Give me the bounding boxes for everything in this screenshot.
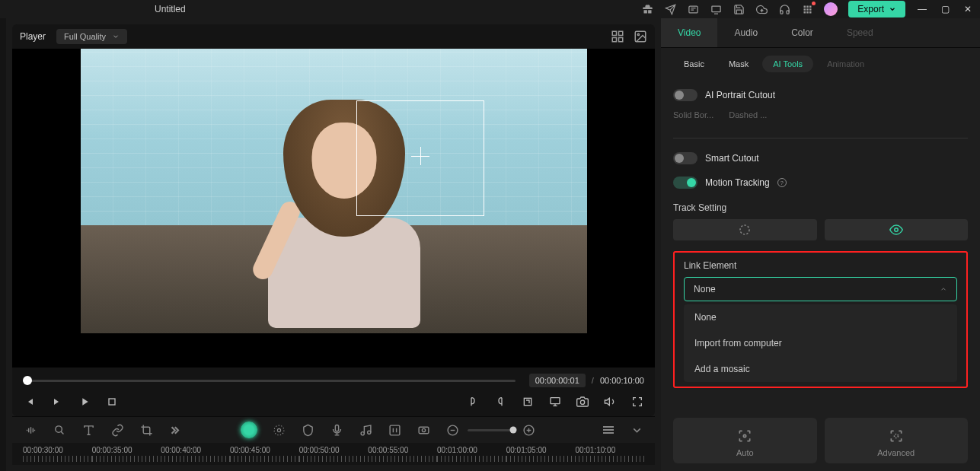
scrubber[interactable]: 00:00:00:01 / 00:00:10:00 bbox=[23, 375, 644, 386]
current-time: 00:00:00:01 bbox=[529, 374, 586, 387]
apps-icon[interactable] bbox=[801, 3, 813, 15]
video-preview[interactable] bbox=[12, 49, 655, 368]
ruler-mark: 00:01:10:00 bbox=[575, 446, 615, 454]
svg-rect-19 bbox=[551, 398, 560, 404]
music-icon[interactable] bbox=[358, 422, 373, 438]
svg-point-26 bbox=[367, 431, 370, 434]
maximize-button[interactable]: ▢ bbox=[939, 4, 951, 14]
shield-icon[interactable] bbox=[300, 422, 315, 438]
subtab-animation[interactable]: Animation bbox=[816, 56, 875, 72]
track-shape-button[interactable] bbox=[673, 219, 817, 240]
tab-color[interactable]: Color bbox=[774, 18, 830, 47]
tab-video[interactable]: Video bbox=[661, 18, 717, 47]
zoom-tool-icon[interactable] bbox=[52, 422, 67, 438]
zoom-in-icon[interactable] bbox=[521, 422, 536, 438]
export-button[interactable]: Export bbox=[848, 1, 905, 18]
dropdown-mosaic[interactable]: Add a mosaic bbox=[684, 356, 957, 382]
svg-point-32 bbox=[740, 225, 749, 234]
dropdown-none[interactable]: None bbox=[684, 304, 957, 330]
title-bar: Untitled Export — ▢ ✕ bbox=[0, 0, 980, 18]
subtab-basic[interactable]: Basic bbox=[673, 56, 715, 72]
prev-frame-button[interactable] bbox=[23, 395, 37, 409]
link-element-value: None bbox=[694, 284, 716, 294]
headphones-icon[interactable] bbox=[778, 3, 790, 15]
save-icon[interactable] bbox=[733, 3, 745, 15]
svg-rect-14 bbox=[619, 38, 623, 42]
send-icon[interactable] bbox=[664, 3, 676, 15]
ruler-mark: 00:01:05:00 bbox=[506, 446, 547, 454]
link-tool-icon[interactable] bbox=[110, 422, 125, 438]
svg-rect-10 bbox=[809, 11, 812, 14]
svg-rect-5 bbox=[803, 8, 806, 11]
ruler-mark: 00:00:45:00 bbox=[230, 446, 270, 454]
svg-point-25 bbox=[361, 431, 364, 434]
left-gutter bbox=[0, 18, 6, 471]
svg-point-16 bbox=[637, 33, 639, 35]
svg-point-35 bbox=[894, 434, 898, 438]
video-frame bbox=[81, 49, 587, 333]
minimize-button[interactable]: — bbox=[916, 4, 928, 14]
close-button[interactable]: ✕ bbox=[962, 4, 974, 14]
subtab-aitools[interactable]: AI Tools bbox=[762, 56, 813, 72]
crop-tool-icon[interactable] bbox=[139, 422, 154, 438]
snapshot-icon[interactable] bbox=[576, 395, 589, 409]
svg-rect-27 bbox=[390, 425, 400, 435]
display-icon[interactable] bbox=[548, 395, 562, 409]
play-button[interactable] bbox=[78, 395, 91, 409]
advanced-track-button[interactable]: Advanced bbox=[825, 418, 969, 463]
panel-subtabs: Basic Mask AI Tools Animation bbox=[661, 48, 980, 80]
timeline-ruler[interactable]: 00:00:30:00 00:00:35:00 00:00:40:00 00:0… bbox=[12, 443, 655, 465]
link-element-dropdown: None Import from computer Add a mosaic bbox=[684, 304, 957, 382]
ai-portrait-toggle[interactable] bbox=[673, 89, 697, 101]
waveform-icon[interactable] bbox=[23, 422, 38, 438]
toolbar-strip bbox=[12, 416, 655, 443]
svg-point-20 bbox=[580, 400, 584, 404]
smart-cutout-toggle[interactable] bbox=[673, 152, 697, 164]
subtab-mask[interactable]: Mask bbox=[718, 56, 759, 72]
more-tools-icon[interactable] bbox=[168, 422, 183, 438]
zoom-slider[interactable] bbox=[445, 422, 536, 438]
svg-point-23 bbox=[274, 425, 284, 435]
screen-icon[interactable] bbox=[710, 3, 722, 15]
clip-icon[interactable] bbox=[521, 395, 535, 409]
link-element-select[interactable]: None bbox=[684, 277, 957, 301]
volume-icon[interactable] bbox=[603, 395, 617, 409]
document-title: Untitled bbox=[155, 4, 186, 14]
motion-tracking-toggle[interactable] bbox=[673, 177, 697, 189]
grid-view-icon[interactable] bbox=[611, 30, 624, 43]
border-dashed-option[interactable]: Dashed ... bbox=[729, 110, 767, 119]
ai-portrait-label: AI Portrait Cutout bbox=[705, 90, 775, 100]
tab-speed[interactable]: Speed bbox=[830, 18, 890, 47]
dropdown-import[interactable]: Import from computer bbox=[684, 330, 957, 356]
quality-select[interactable]: Full Quality bbox=[56, 29, 127, 44]
tab-audio[interactable]: Audio bbox=[717, 18, 774, 47]
auto-track-button[interactable]: Auto bbox=[673, 418, 817, 463]
mic-icon[interactable] bbox=[329, 422, 344, 438]
mark-out-icon[interactable] bbox=[493, 395, 507, 409]
border-solid-option[interactable]: Solid Bor... bbox=[673, 110, 713, 119]
effects-icon[interactable] bbox=[271, 422, 286, 438]
scrub-handle[interactable] bbox=[23, 376, 32, 385]
ruler-mark: 00:00:35:00 bbox=[92, 446, 132, 454]
mark-in-icon[interactable] bbox=[466, 395, 480, 409]
gift-icon[interactable] bbox=[641, 3, 653, 15]
chevron-down-icon[interactable] bbox=[629, 422, 644, 438]
zoom-out-icon[interactable] bbox=[445, 422, 460, 438]
track-visibility-button[interactable] bbox=[825, 219, 969, 240]
list-view-icon[interactable] bbox=[603, 426, 614, 434]
fullscreen-icon[interactable] bbox=[630, 395, 644, 409]
info-icon[interactable]: ? bbox=[777, 178, 787, 187]
message-icon[interactable] bbox=[687, 3, 699, 15]
next-frame-button[interactable] bbox=[50, 395, 64, 409]
adjust-icon[interactable] bbox=[387, 422, 402, 438]
svg-rect-6 bbox=[806, 8, 809, 11]
record-icon[interactable] bbox=[416, 422, 431, 438]
ai-gear-icon[interactable] bbox=[241, 422, 257, 438]
picture-icon[interactable] bbox=[634, 30, 647, 43]
ruler-mark: 00:00:30:00 bbox=[23, 446, 63, 454]
cloud-icon[interactable] bbox=[755, 3, 768, 15]
text-tool-icon[interactable] bbox=[81, 422, 96, 438]
ruler-mark: 00:00:55:00 bbox=[368, 446, 408, 454]
stop-button[interactable] bbox=[105, 395, 119, 409]
avatar[interactable] bbox=[824, 2, 838, 16]
